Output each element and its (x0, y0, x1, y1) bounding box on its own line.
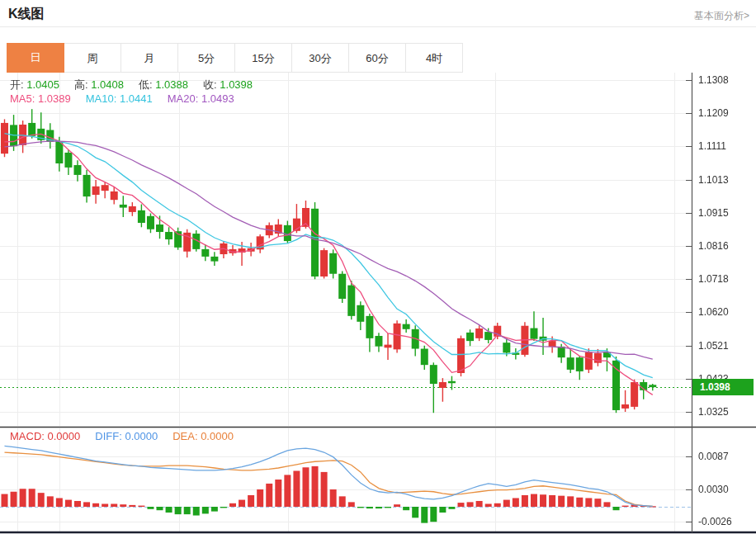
close-readout: 收: 1.0398 (203, 78, 253, 92)
diff-value-readout: DIFF: 0.0000 (95, 430, 158, 442)
macd-readout: MACD: 0.0000 DIFF: 0.0000 DEA: 0.0000 (10, 430, 234, 442)
macd-axis-tick-label: 0.0030 (698, 483, 729, 496)
price-axis-tick-label: 1.1013 (698, 173, 729, 187)
dea-value-readout: DEA: 0.0000 (172, 430, 234, 442)
ma10-readout: MA10: 1.0441 (86, 92, 153, 105)
kline-page: { "header": { "title": "K线图", "link": "基… (0, 0, 756, 534)
price-axis-tick-label: 1.1209 (698, 106, 729, 120)
price-axis-tick-label: 1.0521 (698, 339, 729, 352)
price-axis-tick-label: 1.0325 (698, 405, 729, 418)
ma5-readout: MA5: 1.0389 (10, 92, 71, 105)
price-axis-tick-label: 1.0915 (698, 206, 729, 220)
price-axis-tick-label: 1.0620 (698, 305, 729, 319)
ma-readout: MA5: 1.0389 MA10: 1.0441 MA20: 1.0493 (10, 92, 234, 105)
low-readout: 低: 1.0388 (139, 78, 188, 92)
ohlc-readout: 开: 1.0405 高: 1.0408 低: 1.0388 收: 1.0398 (10, 78, 253, 92)
price-axis-tick-label: 1.0718 (698, 272, 729, 286)
price-axis-tick-label: 1.0816 (698, 239, 729, 253)
macd-value-readout: MACD: 0.0000 (10, 430, 80, 442)
tab-day[interactable]: 日 (7, 43, 64, 73)
price-axis-tick-label: 1.1111 (698, 139, 726, 153)
ma20-readout: MA20: 1.0493 (168, 92, 234, 105)
high-readout: 高: 1.0408 (74, 78, 124, 92)
price-axis-tick-label: 1.1308 (698, 73, 729, 87)
macd-axis-tick-label: -0.0026 (698, 515, 732, 528)
macd-axis-tick-label: 0.0087 (698, 450, 729, 463)
last-price-badge: 1.0398 (692, 379, 754, 395)
open-readout: 开: 1.0405 (10, 78, 59, 92)
